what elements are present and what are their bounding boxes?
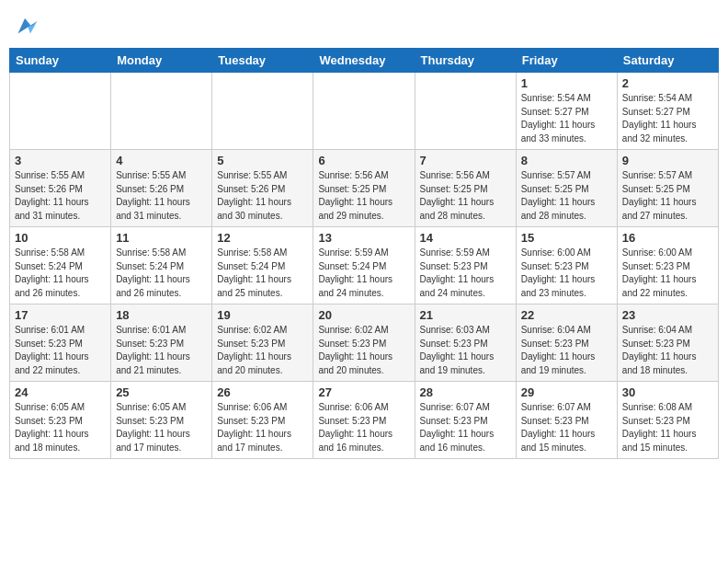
calendar-header: SundayMondayTuesdayWednesdayThursdayFrid… <box>10 49 719 73</box>
day-number: 24 <box>15 385 106 399</box>
calendar-cell: 23Sunrise: 6:04 AM Sunset: 5:23 PM Dayli… <box>617 304 718 382</box>
calendar-cell: 12Sunrise: 5:58 AM Sunset: 5:24 PM Dayli… <box>212 227 313 304</box>
calendar-cell: 15Sunrise: 6:00 AM Sunset: 5:23 PM Dayli… <box>516 227 617 304</box>
day-info: Sunrise: 5:58 AM Sunset: 5:24 PM Dayligh… <box>15 247 106 300</box>
day-info: Sunrise: 6:00 AM Sunset: 5:23 PM Dayligh… <box>622 247 713 300</box>
day-number: 13 <box>318 231 409 245</box>
calendar-body: 1Sunrise: 5:54 AM Sunset: 5:27 PM Daylig… <box>10 73 719 459</box>
day-number: 18 <box>116 308 207 322</box>
calendar-cell: 13Sunrise: 5:59 AM Sunset: 5:24 PM Dayli… <box>313 227 415 304</box>
calendar-cell: 11Sunrise: 5:58 AM Sunset: 5:24 PM Dayli… <box>111 227 212 304</box>
calendar-cell: 9Sunrise: 5:57 AM Sunset: 5:25 PM Daylig… <box>617 150 718 227</box>
calendar-weekday-monday: Monday <box>111 49 212 73</box>
day-info: Sunrise: 5:54 AM Sunset: 5:27 PM Dayligh… <box>622 92 713 145</box>
calendar-cell: 22Sunrise: 6:04 AM Sunset: 5:23 PM Dayli… <box>516 304 617 382</box>
calendar-week-2: 3Sunrise: 5:55 AM Sunset: 5:26 PM Daylig… <box>10 150 719 227</box>
day-number: 15 <box>521 231 612 245</box>
day-info: Sunrise: 5:56 AM Sunset: 5:25 PM Dayligh… <box>318 169 409 223</box>
calendar-cell <box>415 73 516 150</box>
day-number: 20 <box>318 308 409 322</box>
calendar-cell: 2Sunrise: 5:54 AM Sunset: 5:27 PM Daylig… <box>617 73 718 150</box>
day-info: Sunrise: 6:02 AM Sunset: 5:23 PM Dayligh… <box>318 324 409 377</box>
calendar-cell: 21Sunrise: 6:03 AM Sunset: 5:23 PM Dayli… <box>415 304 516 382</box>
day-number: 12 <box>217 231 308 245</box>
calendar-week-5: 24Sunrise: 6:05 AM Sunset: 5:23 PM Dayli… <box>10 382 719 459</box>
day-number: 27 <box>318 385 409 399</box>
calendar-weekday-thursday: Thursday <box>415 49 516 73</box>
calendar-cell: 30Sunrise: 6:08 AM Sunset: 5:23 PM Dayli… <box>617 382 718 459</box>
day-number: 26 <box>217 385 308 399</box>
day-info: Sunrise: 6:07 AM Sunset: 5:23 PM Dayligh… <box>521 401 612 454</box>
day-info: Sunrise: 6:06 AM Sunset: 5:23 PM Dayligh… <box>217 401 308 454</box>
day-number: 5 <box>217 154 308 167</box>
day-number: 28 <box>420 385 511 399</box>
day-number: 7 <box>420 154 511 167</box>
calendar-cell: 7Sunrise: 5:56 AM Sunset: 5:25 PM Daylig… <box>415 150 516 227</box>
day-number: 3 <box>15 154 106 167</box>
day-number: 19 <box>217 308 308 322</box>
calendar-weekday-saturday: Saturday <box>617 49 718 73</box>
day-info: Sunrise: 5:59 AM Sunset: 5:23 PM Dayligh… <box>420 247 511 300</box>
day-info: Sunrise: 5:57 AM Sunset: 5:25 PM Dayligh… <box>622 169 713 223</box>
day-number: 29 <box>521 385 612 399</box>
day-number: 14 <box>420 231 511 245</box>
calendar-cell: 3Sunrise: 5:55 AM Sunset: 5:26 PM Daylig… <box>10 150 111 227</box>
day-number: 1 <box>521 76 612 90</box>
day-info: Sunrise: 6:01 AM Sunset: 5:23 PM Dayligh… <box>116 324 207 377</box>
calendar-cell: 27Sunrise: 6:06 AM Sunset: 5:23 PM Dayli… <box>313 382 415 459</box>
calendar-cell: 5Sunrise: 5:55 AM Sunset: 5:26 PM Daylig… <box>212 150 313 227</box>
day-number: 30 <box>622 385 713 399</box>
calendar-cell: 26Sunrise: 6:06 AM Sunset: 5:23 PM Dayli… <box>212 382 313 459</box>
calendar-cell: 17Sunrise: 6:01 AM Sunset: 5:23 PM Dayli… <box>10 304 111 382</box>
day-info: Sunrise: 6:05 AM Sunset: 5:23 PM Dayligh… <box>116 401 207 454</box>
calendar-cell: 24Sunrise: 6:05 AM Sunset: 5:23 PM Dayli… <box>10 382 111 459</box>
calendar-weekday-wednesday: Wednesday <box>313 49 415 73</box>
calendar-cell <box>313 73 415 150</box>
calendar-cell <box>212 73 313 150</box>
calendar-cell: 4Sunrise: 5:55 AM Sunset: 5:26 PM Daylig… <box>111 150 212 227</box>
calendar-cell: 8Sunrise: 5:57 AM Sunset: 5:25 PM Daylig… <box>516 150 617 227</box>
calendar-cell: 25Sunrise: 6:05 AM Sunset: 5:23 PM Dayli… <box>111 382 212 459</box>
day-number: 25 <box>116 385 207 399</box>
calendar-cell: 6Sunrise: 5:56 AM Sunset: 5:25 PM Daylig… <box>313 150 415 227</box>
day-info: Sunrise: 6:08 AM Sunset: 5:23 PM Dayligh… <box>622 401 713 454</box>
page-header <box>9 9 719 40</box>
day-info: Sunrise: 6:00 AM Sunset: 5:23 PM Dayligh… <box>521 247 612 300</box>
day-info: Sunrise: 6:01 AM Sunset: 5:23 PM Dayligh… <box>15 324 106 377</box>
day-number: 9 <box>622 154 713 167</box>
calendar-cell: 29Sunrise: 6:07 AM Sunset: 5:23 PM Dayli… <box>516 382 617 459</box>
calendar-cell <box>10 73 111 150</box>
day-info: Sunrise: 5:59 AM Sunset: 5:24 PM Dayligh… <box>318 247 409 300</box>
calendar-cell: 18Sunrise: 6:01 AM Sunset: 5:23 PM Dayli… <box>111 304 212 382</box>
calendar-header-row: SundayMondayTuesdayWednesdayThursdayFrid… <box>10 49 719 73</box>
day-number: 23 <box>622 308 713 322</box>
calendar-cell: 1Sunrise: 5:54 AM Sunset: 5:27 PM Daylig… <box>516 73 617 150</box>
day-info: Sunrise: 5:58 AM Sunset: 5:24 PM Dayligh… <box>116 247 207 300</box>
calendar-weekday-tuesday: Tuesday <box>212 49 313 73</box>
day-number: 17 <box>15 308 106 322</box>
day-number: 10 <box>15 231 106 245</box>
day-info: Sunrise: 6:06 AM Sunset: 5:23 PM Dayligh… <box>318 401 409 454</box>
day-info: Sunrise: 6:03 AM Sunset: 5:23 PM Dayligh… <box>420 324 511 377</box>
day-info: Sunrise: 6:07 AM Sunset: 5:23 PM Dayligh… <box>420 401 511 454</box>
day-info: Sunrise: 5:58 AM Sunset: 5:24 PM Dayligh… <box>217 247 308 300</box>
logo-icon <box>11 13 39 40</box>
calendar-week-3: 10Sunrise: 5:58 AM Sunset: 5:24 PM Dayli… <box>10 227 719 304</box>
day-info: Sunrise: 5:54 AM Sunset: 5:27 PM Dayligh… <box>521 92 612 145</box>
day-info: Sunrise: 6:02 AM Sunset: 5:23 PM Dayligh… <box>217 324 308 377</box>
day-number: 22 <box>521 308 612 322</box>
day-number: 11 <box>116 231 207 245</box>
calendar-cell: 28Sunrise: 6:07 AM Sunset: 5:23 PM Dayli… <box>415 382 516 459</box>
day-info: Sunrise: 6:04 AM Sunset: 5:23 PM Dayligh… <box>622 324 713 377</box>
calendar-cell: 10Sunrise: 5:58 AM Sunset: 5:24 PM Dayli… <box>10 227 111 304</box>
calendar-cell: 14Sunrise: 5:59 AM Sunset: 5:23 PM Dayli… <box>415 227 516 304</box>
day-number: 16 <box>622 231 713 245</box>
calendar-week-4: 17Sunrise: 6:01 AM Sunset: 5:23 PM Dayli… <box>10 304 719 382</box>
day-info: Sunrise: 5:55 AM Sunset: 5:26 PM Dayligh… <box>217 169 308 223</box>
day-info: Sunrise: 5:57 AM Sunset: 5:25 PM Dayligh… <box>521 169 612 223</box>
day-info: Sunrise: 6:05 AM Sunset: 5:23 PM Dayligh… <box>15 401 106 454</box>
calendar-week-1: 1Sunrise: 5:54 AM Sunset: 5:27 PM Daylig… <box>10 73 719 150</box>
calendar-cell: 16Sunrise: 6:00 AM Sunset: 5:23 PM Dayli… <box>617 227 718 304</box>
day-info: Sunrise: 5:55 AM Sunset: 5:26 PM Dayligh… <box>15 169 106 223</box>
day-number: 8 <box>521 154 612 167</box>
